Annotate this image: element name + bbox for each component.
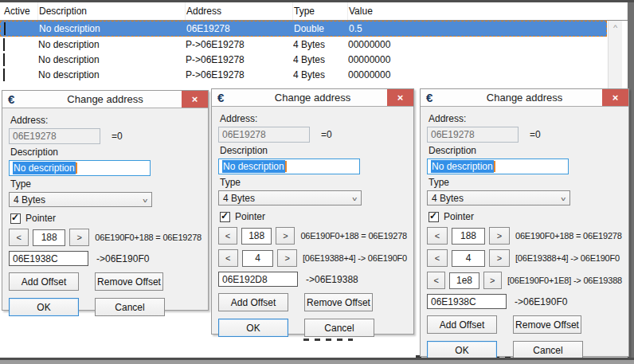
type-label: Type <box>220 178 407 188</box>
row-type: 4 Bytes <box>293 39 348 50</box>
pointer-checkbox-row[interactable]: ✓ Pointer <box>429 211 622 222</box>
text-caret <box>76 162 77 174</box>
offset-value-field[interactable]: 4 <box>452 250 485 267</box>
row-description: No description <box>38 54 186 65</box>
ok-button[interactable]: OK <box>427 341 497 359</box>
active-checkbox[interactable] <box>3 68 5 81</box>
check-icon: ✓ <box>429 210 437 221</box>
offset-increase-button[interactable]: > <box>276 227 295 245</box>
header-value[interactable]: Value <box>348 2 628 20</box>
close-button[interactable]: × <box>182 91 208 108</box>
close-button[interactable]: × <box>602 89 628 106</box>
chevron-down-icon: v <box>143 196 148 202</box>
cheat-engine-window: Active Description Address Type Value No… <box>0 0 634 364</box>
pointer-label: Pointer <box>235 211 265 222</box>
table-row[interactable]: No description P->06E19278 4 Bytes 00000… <box>0 52 607 67</box>
offset-value-field[interactable]: 188 <box>452 228 485 245</box>
add-offset-button[interactable]: Add Offset <box>218 293 288 311</box>
description-label: Description <box>10 147 202 158</box>
offset-decrease-button[interactable]: < <box>218 227 237 245</box>
scroll-up-icon[interactable]: ^ <box>609 22 622 33</box>
pointer-checkbox[interactable]: ✓ <box>429 212 439 222</box>
table-row[interactable]: No description 06E19278 Double 0.5 <box>0 21 607 37</box>
header-address[interactable]: Address <box>186 2 293 20</box>
pointer-checkbox-row[interactable]: ✓ Pointer <box>10 213 202 224</box>
dialog-titlebar[interactable]: € Change address × <box>212 89 413 107</box>
add-offset-button[interactable]: Add Offset <box>9 272 79 291</box>
offset-value-field[interactable]: 4 <box>242 250 274 267</box>
active-checkbox[interactable] <box>3 53 5 66</box>
table-row[interactable]: No description P->06E19278 4 Bytes 00000… <box>0 67 607 82</box>
base-address-field[interactable]: 06E192D8 <box>218 272 298 287</box>
type-selected-value: 4 Bytes <box>223 193 353 204</box>
offset-value-field[interactable]: 188 <box>241 228 272 245</box>
header-type[interactable]: Type <box>293 2 348 20</box>
address-field[interactable]: 06E19278 <box>427 127 519 143</box>
active-checkbox[interactable] <box>3 38 5 51</box>
offset-decrease-button[interactable]: < <box>427 272 445 289</box>
address-list-header: Active Description Address Type Value <box>0 2 628 21</box>
close-icon: × <box>192 93 198 105</box>
offset-increase-button[interactable]: > <box>69 229 89 246</box>
base-address-field[interactable]: 06E1938C <box>9 251 88 266</box>
offset-decrease-button[interactable]: < <box>9 229 29 246</box>
ok-button[interactable]: OK <box>9 298 79 316</box>
address-field[interactable]: 06E19278 <box>218 127 310 143</box>
address-field[interactable]: 06E19278 <box>9 128 100 144</box>
header-description[interactable]: Description <box>38 2 186 20</box>
description-field[interactable]: No description <box>218 159 360 174</box>
active-checkbox[interactable] <box>4 22 6 35</box>
cancel-button[interactable]: Cancel <box>304 319 374 337</box>
offset-value-field[interactable]: 1e8 <box>449 272 479 289</box>
offset-increase-button[interactable]: > <box>277 249 297 267</box>
pointer-label: Pointer <box>25 213 56 224</box>
ok-button[interactable]: OK <box>218 319 288 337</box>
close-icon: × <box>397 92 404 104</box>
dialog-body: Address: 06E19278 =0 Description No desc… <box>2 108 208 319</box>
pointer-checkbox[interactable]: ✓ <box>220 212 230 222</box>
offset-value-field[interactable]: 188 <box>33 229 65 246</box>
row-address: P->06E19278 <box>186 54 293 65</box>
selected-text: No description <box>431 160 494 173</box>
offset-decrease-button[interactable]: < <box>427 249 448 267</box>
offset-increase-button[interactable]: > <box>483 272 502 289</box>
base-address-note: ->06E19388 <box>306 274 358 285</box>
header-active[interactable]: Active <box>0 2 38 20</box>
base-address-note: ->06E190F0 <box>96 253 149 264</box>
base-address-field[interactable]: 06E1938C <box>427 294 507 309</box>
type-label: Type <box>10 179 202 190</box>
pointer-checkbox-row[interactable]: ✓ Pointer <box>220 211 407 222</box>
add-offset-button[interactable]: Add Offset <box>427 315 497 334</box>
remove-offset-button[interactable]: Remove Offset <box>95 272 163 291</box>
cancel-button[interactable]: Cancel <box>95 298 165 316</box>
offset-increase-button[interactable]: > <box>489 227 510 245</box>
close-button[interactable]: × <box>387 89 413 106</box>
description-field[interactable]: No description <box>9 160 151 176</box>
address-list-table: Active Description Address Type Value No… <box>0 2 628 82</box>
offset-decrease-button[interactable]: < <box>427 227 448 245</box>
table-row[interactable]: No description P->06E19278 4 Bytes 00000… <box>0 37 607 52</box>
description-field[interactable]: No description <box>427 159 569 174</box>
offset-resolution-label: 06E190F0+188 = 06E19278 <box>300 231 407 241</box>
text-caret <box>285 161 287 172</box>
dialog-titlebar[interactable]: € Change address × <box>421 89 628 107</box>
change-address-dialog-2: € Change address × Address: 06E19278 =0 … <box>211 88 414 335</box>
cancel-button[interactable]: Cancel <box>513 341 583 359</box>
address-label: Address: <box>220 114 407 124</box>
dialog-title: Change address <box>2 93 208 105</box>
type-selected-value: 4 Bytes <box>14 194 143 205</box>
remove-offset-button[interactable]: Remove Offset <box>304 293 373 311</box>
selected-text: No description <box>13 162 76 174</box>
type-dropdown[interactable]: 4 Bytes v <box>9 192 152 207</box>
dialog-titlebar[interactable]: € Change address × <box>2 91 208 108</box>
offset-resolution-label: 06E190F0+188 = 06E19278 <box>515 231 622 241</box>
change-address-dialog-3: € Change address × Address: 06E19278 =0 … <box>420 88 629 357</box>
vertical-scrollbar[interactable]: ^ <box>608 21 622 88</box>
remove-offset-button[interactable]: Remove Offset <box>513 315 581 334</box>
type-dropdown[interactable]: 4 Bytes v <box>427 190 570 205</box>
offset-increase-button[interactable]: > <box>489 249 510 267</box>
offset-decrease-button[interactable]: < <box>218 249 238 267</box>
chevron-down-icon: v <box>562 194 566 201</box>
pointer-checkbox[interactable]: ✓ <box>10 213 21 224</box>
type-dropdown[interactable]: 4 Bytes v <box>218 190 362 205</box>
